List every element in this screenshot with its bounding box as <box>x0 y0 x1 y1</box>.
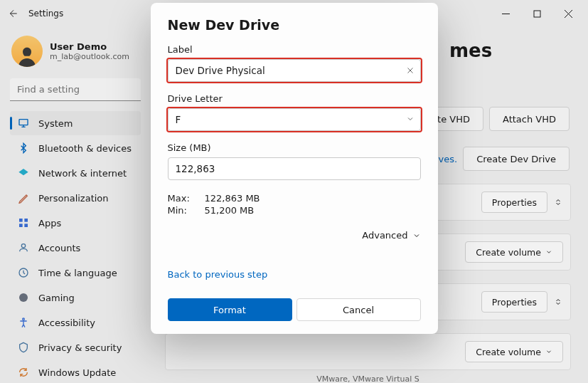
format-button[interactable]: Format <box>168 298 292 321</box>
chevron-down-icon <box>406 114 415 125</box>
drive-letter-caption: Drive Letter <box>168 93 421 104</box>
min-value: 51,200 MB <box>205 205 255 216</box>
size-input[interactable] <box>168 157 421 180</box>
label-caption: Label <box>168 44 421 55</box>
max-value: 122,863 MB <box>205 193 260 204</box>
new-dev-drive-modal: New Dev Drive Label Drive Letter F Size … <box>151 3 438 334</box>
modal-overlay: New Dev Drive Label Drive Letter F Size … <box>0 0 588 383</box>
advanced-toggle[interactable]: Advanced <box>362 230 420 241</box>
clear-icon[interactable] <box>404 64 417 77</box>
max-label: Max: <box>168 193 192 204</box>
drive-letter-value: F <box>176 114 181 125</box>
modal-title: New Dev Drive <box>168 17 421 33</box>
back-link[interactable]: Back to previous step <box>168 269 421 280</box>
drive-letter-select[interactable]: F <box>168 108 421 131</box>
label-input[interactable] <box>168 59 421 82</box>
size-caption: Size (MB) <box>168 142 421 153</box>
chevron-down-icon <box>412 231 421 240</box>
cancel-button[interactable]: Cancel <box>296 298 421 321</box>
min-label: Min: <box>168 205 192 216</box>
